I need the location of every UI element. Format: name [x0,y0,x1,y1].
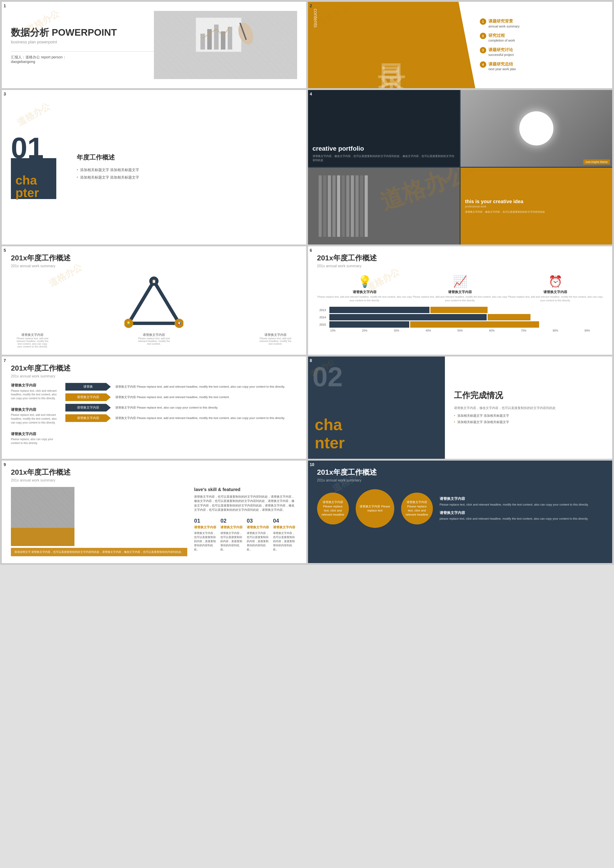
slide3-title: 年度工作概述 [77,153,297,162]
list-item-3: 3 课题研究讨论 successful project [480,47,608,57]
slide2-gold-panel: 道格办公 目录 contents [308,2,475,88]
slide-2: 2 道格办公 目录 contents 1 课题研究背景 annual work … [308,2,612,88]
slide8-chapter: 道格办公 02 chanter [308,356,445,459]
slide4-idea-text: 请替换文字内容，修改文字内容，也可以直接复制你的好文字内容到此处 [465,210,608,214]
slide6-subtitle: 201x annual work summary [317,264,603,268]
slide1-photo [154,11,297,79]
slide2-contents: contents [313,9,318,28]
slide10-subtitle: 201x annual work summary [317,478,603,482]
svg-rect-5 [228,27,232,50]
svg-text:📢: 📢 [177,322,181,326]
slide9-skills-title: lave's skill & featured [194,487,297,492]
svg-rect-7 [239,22,247,40]
svg-rect-16 [351,176,354,237]
bar-row-3: 2015 [317,321,603,328]
slide-number-2: 2 [310,4,312,8]
slide7-arrow-2: 请替换文字内容 请替换文字内容 Please replace text, add… [65,394,297,401]
slide1-title: 数据分析 POWERPOINT [11,26,154,39]
slide9-col-3: 03 请替换文字内容 请替换文字内容，也可以直接复制你的内容，直接复制替你的内容… [247,517,271,551]
svg-rect-11 [328,176,331,237]
slide-7: 7 201x年度工作概述 201x annual work summary 请替… [2,356,306,459]
slide6-barchart: 2013 2014 2015 10% 20% 30% 40% 50% 60% [317,307,603,332]
svg-marker-21 [129,281,179,324]
slide5-subtitle: 201x annual work summary [11,264,297,268]
svg-rect-18 [360,176,363,237]
slide-6: 6 道格办公 201x年度工作概述 201x annual work summa… [308,246,612,355]
watermark-3: 道格办公 [15,100,53,129]
bar-dark-2 [329,314,487,320]
slide9-right: lave's skill & featured 请替换文字内容，也可以直接复制你… [194,487,297,556]
slide6-title: 201x年度工作概述 [317,253,603,263]
svg-rect-14 [342,176,345,237]
slide-3: 3 道格办公 01 chapter 年度工作概述 添加相关标题文字 添加相关标题… [2,90,306,244]
svg-rect-10 [323,176,326,237]
slide9-col-2: 02 请替换文字内容 请替换文字内容，也可以直接复制你的内容，直接复制替你的内容… [220,517,245,551]
slide6-icon-1: 💡 请替换文字内容 Please replace text, add and r… [317,275,412,302]
slide5-corner-1: 请替换文字内容 Please replace text, add and rel… [16,332,50,348]
slide9-col-1: 01 请替换文字内容 请替换文字内容，也可以直接复制你的内容，直接复制替你的内容… [194,517,218,551]
slide5-triangle-area: 📋 💡 📢 [11,275,297,330]
slide8-work-title: 工作完成情况 [454,390,603,401]
bar-row-2: 2014 [317,314,603,320]
slide8-bullets: 添加相关标题文字 添加相关标题文字 添加相关标题文字 添加相关标题文字 [454,413,603,425]
svg-rect-1 [200,34,205,50]
slide5-title: 201x年度工作概述 [11,253,297,263]
slide9-photo [11,487,74,546]
bar-dark-3 [329,321,409,328]
slide-1: 1 道格办公 数据分析 POWERPOINT business plan pow… [2,2,306,88]
slide-number-9: 9 [4,462,6,467]
slide5-corner-2: 请替换文字内容 Please replace text, add and rel… [137,332,171,348]
slide4-quad3: 道格办公 [308,168,460,244]
slide7-arrow-4: 请替换文字内容 请替换文字内容 Please replace text, add… [65,414,297,422]
slide9-left-col: 添加说明文字 请替换文字内容，也可以直接复制你的好文字内容到此处，请替换文字内容… [11,487,187,556]
slide-8: 8 道格办公 02 chanter 工作完成情况 请替换文字内容，修改文字内容，… [308,356,612,459]
svg-rect-19 [364,176,368,237]
watermark-2: 道格办公 [314,2,352,29]
slide-number-3: 3 [4,92,6,96]
bar-gold-2 [488,314,530,320]
slide1-chart-svg [191,16,259,75]
slide-number-8: 8 [310,358,312,363]
svg-rect-15 [346,176,349,237]
slide-number-1: 1 [4,4,6,8]
slide7-right: 请替换 请替换文字内容 Please replace text, add and… [65,383,297,452]
slide10-circle-3: 请替换文字内容 Please replace text, click and r… [401,493,433,524]
slide-4: 4 creative portfolio 请替换文字内容，修改文字内容，也可以直… [308,90,612,244]
slide3-content: 年度工作概述 添加相关标题文字 添加相关标题文字 添加相关标题文字 添加相关标题… [68,153,297,181]
slide4-quad1: creative portfolio 请替换文字内容，修改文字内容，也可以直接复… [308,90,460,167]
bar-gold-3 [410,321,539,328]
slide9-col-4: 04 请替换文字内容 请替换文字内容，也可以直接复制你的内容，直接复制替你的内容… [273,517,297,551]
slide5-corner-items: 请替换文字内容 Please replace text, add and rel… [11,332,297,348]
watermark-4: 道格办公 [460,168,486,181]
slide10-circle-1: 请替换文字内容 Please replace text, click and r… [317,493,349,524]
bar-gold-1 [430,307,488,313]
slide5-corner-3: 请替换文字内容 Please replace text, add and rel… [259,332,293,348]
svg-text:📋: 📋 [152,279,156,283]
slide7-subtitle: 201x annual work summary [11,374,297,378]
slide9-title: 201x年度工作概述 [11,467,297,478]
svg-rect-13 [337,176,340,237]
slide10-circles: 请替换文字内容 Please replace text, click and r… [317,489,603,528]
slide4-quad4: 道格办公 this is your creative idea professi… [460,168,612,244]
slide8-text: chanter [315,415,438,452]
slide-9: 9 201x年度工作概述 201x annual work summary 添加… [2,460,306,563]
slide3-num: 01 [11,131,44,165]
svg-rect-0 [196,18,241,52]
slide6-pct-row: 10% 20% 30% 40% 50% 60% 70% 80% 90% [317,329,603,332]
slides-grid: 1 道格办公 数据分析 POWERPOINT business plan pow… [0,0,614,565]
slide-number-6: 6 [310,248,312,253]
list-item-1: 1 课题研究背景 annual work summary [480,19,608,29]
slide7-arrows: 请替换文字内容 Please replace text, click and r… [11,383,297,452]
slide3-text: chapter [16,174,39,199]
slide-number-7: 7 [4,358,6,363]
slide-number-5: 5 [4,248,6,253]
slide6-icon-2: 📈 请替换文字内容 Please replace text, add and r… [412,275,508,302]
svg-rect-17 [355,176,359,237]
slide10-text-blocks: 请替换文字内容 Please replace text, click and r… [440,496,603,521]
slide-number-10: 10 [310,462,315,467]
slide-10: 10 道格办公 201x年度工作概述 201x annual work summ… [308,460,612,563]
svg-rect-3 [214,25,219,50]
slide1-subtitle: business plan powerpoint [11,40,154,45]
slide3-bullets: 添加相关标题文字 添加相关标题文字 添加相关标题文字 添加相关标题文字 [77,166,297,181]
slide8-work-desc: 请替换文字内容，修改文字内容，也可以直接复制你的好文字内容到此处 [454,406,603,411]
